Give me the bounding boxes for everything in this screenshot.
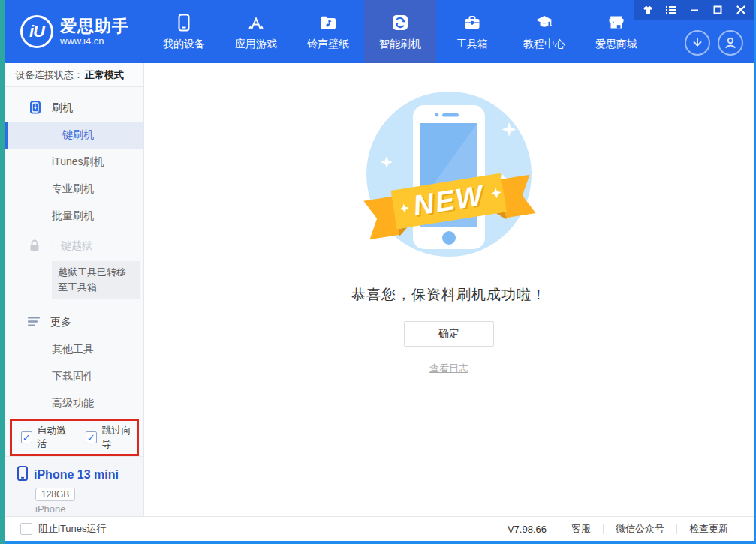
skin-theme-icon[interactable] <box>642 5 653 16</box>
skip-setup-checkbox[interactable]: ✓ 跳过向导 <box>86 424 137 451</box>
ringtone-wallpaper-icon <box>318 13 338 32</box>
check-update-link[interactable]: 检查更新 <box>677 522 740 536</box>
status-bar: ✓ 阻止iTunes运行 V7.98.66 客服 微信公众号 检查更新 <box>5 516 754 541</box>
sidebar-item-one-click-flash[interactable]: 一键刷机 <box>5 122 143 149</box>
menu-list-icon[interactable] <box>665 5 676 16</box>
device-name: iPhone 13 mini <box>34 468 119 482</box>
nav-label: 工具箱 <box>456 38 488 51</box>
item-label: 下载固件 <box>52 370 94 383</box>
auto-activate-checkbox[interactable]: ✓ 自动激活 <box>21 424 72 451</box>
block-itunes-checkbox[interactable]: ✓ 阻止iTunes运行 <box>20 522 107 536</box>
item-label: 专业刷机 <box>52 182 94 196</box>
logo-mark-icon: iU <box>20 15 53 48</box>
status-label: 设备连接状态： <box>15 68 83 82</box>
section-more: 更多 <box>5 309 143 336</box>
app-url: www.i4.cn <box>60 35 129 47</box>
app-window: iU 爱思助手 www.i4.cn 我的设备 应用游戏 <box>5 0 756 544</box>
device-type: iPhone <box>35 503 133 515</box>
sidebar-menu: 刷机 一键刷机 iTunes刷机 专业刷机 批量刷机 <box>5 87 143 417</box>
tutorial-icon <box>535 13 554 32</box>
close-icon[interactable] <box>735 5 746 16</box>
section-label: 刷机 <box>52 101 73 115</box>
nav-smart-flash[interactable]: 智能刷机 <box>364 0 436 63</box>
maximize-icon[interactable] <box>712 5 723 16</box>
section-jailbreak: 一键越狱 <box>5 233 143 260</box>
download-circle-icon[interactable] <box>685 30 710 56</box>
store-icon <box>607 13 626 32</box>
sidebar-item-batch-flash[interactable]: 批量刷机 <box>5 203 143 230</box>
sidebar-item-other-tools[interactable]: 其他工具 <box>5 336 143 363</box>
nav-label: 教程中心 <box>523 38 565 51</box>
confirm-button[interactable]: 确定 <box>404 321 494 347</box>
main-content: NEW NEW 恭喜您，保资料刷机成功啦！ 确定 查看日志 <box>144 63 754 516</box>
item-label: 高级功能 <box>52 397 94 410</box>
nav-label: 应用游戏 <box>235 38 277 51</box>
device-capacity-badge: 128GB <box>35 488 75 501</box>
flash-success-message: 恭喜您，保资料刷机成功啦！ <box>351 285 547 305</box>
view-log-link[interactable]: 查看日志 <box>429 362 468 375</box>
titlebar-controls <box>634 0 754 20</box>
connected-device-panel: iPhone 13 mini 128GB iPhone <box>5 456 143 516</box>
device-icon <box>174 13 194 32</box>
more-lines-icon <box>28 317 41 329</box>
header: iU 爱思助手 www.i4.cn 我的设备 应用游戏 <box>5 0 754 63</box>
customer-service-link[interactable]: 客服 <box>559 522 603 536</box>
nav-tutorial-center[interactable]: 教程中心 <box>508 0 580 63</box>
sidebar-item-pro-flash[interactable]: 专业刷机 <box>5 176 143 203</box>
section-flash: 刷机 <box>5 95 143 122</box>
section-label: 一键越狱 <box>50 239 92 253</box>
toolbox-icon <box>462 13 482 32</box>
item-label: iTunes刷机 <box>52 155 104 169</box>
user-circle-icon[interactable] <box>718 30 743 56</box>
status-bar-right: V7.98.66 客服 微信公众号 检查更新 <box>495 522 740 536</box>
checkbox-label: 自动激活 <box>38 424 72 451</box>
checkbox-checked-icon[interactable]: ✓ <box>86 431 97 443</box>
nav-ringtone-wallpaper[interactable]: 铃声壁纸 <box>292 0 364 63</box>
nav-toolbox[interactable]: 工具箱 <box>436 0 508 63</box>
lock-icon <box>28 239 41 254</box>
device-connection-status: 设备连接状态： 正常模式 <box>5 63 143 87</box>
app-title: 爱思助手 <box>60 17 129 35</box>
sidebar: 设备连接状态： 正常模式 刷机 一键刷机 iTunes刷机 专业刷机 <box>5 63 144 516</box>
main-nav: 我的设备 应用游戏 铃声壁纸 智能刷机 <box>148 0 652 63</box>
smart-flash-icon <box>390 13 410 32</box>
app-version: V7.98.66 <box>495 524 559 535</box>
checkbox-label: 跳过向导 <box>102 424 137 451</box>
nav-label: 我的设备 <box>163 38 205 51</box>
nav-label: 铃声壁纸 <box>307 38 349 51</box>
item-label: 其他工具 <box>52 343 94 356</box>
checkbox-unchecked-icon[interactable]: ✓ <box>20 523 32 535</box>
new-phone-illustration: NEW NEW <box>362 90 536 264</box>
nav-label: 爱思商城 <box>595 38 637 51</box>
appstore-icon <box>246 13 266 32</box>
sidebar-item-advanced-features[interactable]: 高级功能 <box>5 390 143 417</box>
flash-phone-icon <box>28 100 43 117</box>
iphone-icon <box>17 466 28 484</box>
flash-options-highlight: ✓ 自动激活 ✓ 跳过向导 <box>10 419 139 456</box>
nav-label: 智能刷机 <box>379 38 421 51</box>
nav-apps-games[interactable]: 应用游戏 <box>220 0 292 63</box>
item-label: 一键刷机 <box>52 128 94 142</box>
jailbreak-moved-note: 越狱工具已转移至工具箱 <box>52 261 140 299</box>
nav-my-device[interactable]: 我的设备 <box>148 0 220 63</box>
section-label: 更多 <box>50 316 71 329</box>
sidebar-item-itunes-flash[interactable]: iTunes刷机 <box>5 149 143 176</box>
checkbox-label: 阻止iTunes运行 <box>38 522 107 536</box>
header-quick-buttons <box>685 30 743 56</box>
minimize-icon[interactable] <box>688 5 700 16</box>
app-logo: iU 爱思助手 www.i4.cn <box>5 0 139 63</box>
status-value: 正常模式 <box>85 68 124 82</box>
wechat-official-link[interactable]: 微信公众号 <box>604 522 676 536</box>
sidebar-item-download-firmware[interactable]: 下载固件 <box>5 363 143 390</box>
item-label: 批量刷机 <box>52 209 94 223</box>
checkbox-checked-icon[interactable]: ✓ <box>21 431 32 443</box>
